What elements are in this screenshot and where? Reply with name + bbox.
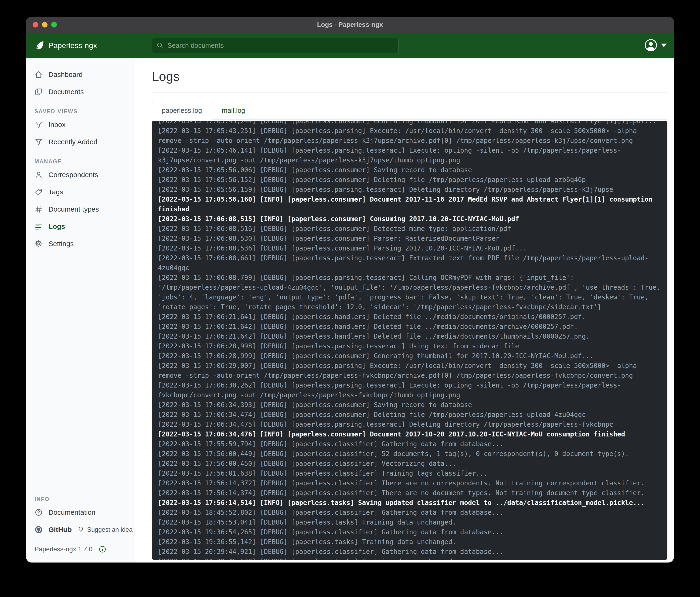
- search-icon: [156, 42, 164, 49]
- version-row: Paperless-ngx 1.7.0: [34, 545, 135, 553]
- main-content: Logs paperless.log mail.log [2022-03-15 …: [135, 58, 674, 563]
- log-line: [2022-03-15 17:06:34,475] [DEBUG] [paper…: [158, 420, 661, 429]
- log-line: [2022-03-15 17:56:14,514] [INFO] [paperl…: [158, 498, 661, 508]
- log-line: [2022-03-15 17:06:08,530] [DEBUG] [paper…: [158, 234, 661, 243]
- log-line: [2022-03-15 19:36:54,265] [DEBUG] [paper…: [158, 527, 661, 537]
- log-line: [2022-03-15 17:06:34,476] [INFO] [paperl…: [158, 429, 661, 439]
- sidebar-item-label: Documentation: [48, 508, 96, 517]
- person-icon: [34, 171, 43, 179]
- chevron-down-icon: [661, 44, 667, 47]
- sidebar-item-label: Logs: [48, 222, 65, 231]
- log-line: [2022-03-15 19:36:55,142] [DEBUG] [paper…: [158, 537, 661, 547]
- log-line: [2022-03-15 17:05:46,141] [DEBUG] [paper…: [158, 146, 661, 165]
- sidebar-section-manage: MANAGE: [34, 159, 135, 165]
- sidebar-item-github[interactable]: GitHub: [26, 521, 72, 538]
- user-menu[interactable]: [644, 39, 667, 52]
- sidebar-item-label: Document types: [48, 205, 99, 213]
- search-box: [152, 38, 399, 53]
- log-line: [2022-03-15 17:56:01,638] [DEBUG] [paper…: [158, 469, 661, 478]
- home-icon: [34, 71, 43, 78]
- window-titlebar: Logs - Paperless-ngx: [26, 17, 674, 33]
- logs-icon: [34, 222, 43, 231]
- log-viewer[interactable]: [2022-03-15 17:05:43,244] [DEBUG] [paper…: [152, 121, 667, 560]
- sidebar-item-label: Documents: [48, 88, 84, 96]
- log-line: [2022-03-15 17:06:08,516] [DEBUG] [paper…: [158, 224, 661, 234]
- tag-icon: [34, 188, 43, 196]
- sidebar-item-label: GitHub: [48, 526, 72, 534]
- sidebar-item-label: Recently Added: [48, 138, 97, 146]
- sidebar-item-label: Correspondents: [48, 171, 98, 179]
- log-line: [2022-03-15 17:56:00,449] [DEBUG] [paper…: [158, 449, 661, 459]
- sidebar-item-correspondents[interactable]: Correspondents: [26, 166, 135, 183]
- log-line: [2022-03-15 17:05:43,244] [DEBUG] [paper…: [158, 121, 661, 126]
- log-content: [2022-03-15 17:05:43,244] [DEBUG] [paper…: [158, 121, 661, 560]
- log-line: [2022-03-15 17:06:21,642] [DEBUG] [paper…: [158, 322, 661, 332]
- log-line: [2022-03-15 17:06:08,799] [DEBUG] [paper…: [158, 273, 661, 312]
- log-line: [2022-03-15 17:06:34,393] [DEBUG] [paper…: [158, 400, 661, 410]
- suggest-idea-label: Suggest an idea: [87, 526, 132, 533]
- person-circle-icon: [644, 39, 658, 52]
- tab-paperless-log[interactable]: paperless.log: [152, 102, 212, 120]
- log-line: [2022-03-15 17:05:56,006] [DEBUG] [paper…: [158, 165, 661, 175]
- log-line: [2022-03-15 17:06:21,642] [DEBUG] [paper…: [158, 332, 661, 341]
- sidebar-item-label: Settings: [48, 240, 74, 248]
- sidebar-item-document-types[interactable]: Document types: [26, 200, 135, 218]
- log-line: [2022-03-15 20:39:44,921] [DEBUG] [paper…: [158, 547, 661, 557]
- app-navbar: Paperless-ngx: [26, 33, 674, 58]
- sidebar-item-dashboard[interactable]: Dashboard: [26, 66, 135, 83]
- sidebar: DashboardDocumentsSAVED VIEWSInboxRecent…: [26, 58, 135, 563]
- page-title: Logs: [152, 69, 667, 84]
- sidebar-item-suggest-idea[interactable]: Suggest an idea: [77, 526, 132, 533]
- log-line: [2022-03-15 17:06:30,262] [DEBUG] [paper…: [158, 381, 661, 400]
- documents-icon: [34, 88, 43, 96]
- log-line: [2022-03-15 17:06:08,661] [DEBUG] [paper…: [158, 253, 661, 273]
- log-file-tabs: paperless.log mail.log: [152, 102, 667, 120]
- sidebar-item-documents[interactable]: Documents: [26, 83, 135, 100]
- sidebar-item-tags[interactable]: Tags: [26, 183, 135, 200]
- question-circle-icon: [34, 508, 43, 517]
- sidebar-section-info: INFO: [34, 496, 135, 502]
- sidebar-item-documentation[interactable]: Documentation: [26, 504, 135, 521]
- sidebar-item-label: Dashboard: [48, 71, 83, 78]
- gear-icon: [34, 240, 43, 248]
- sidebar-item-inbox[interactable]: Inbox: [26, 116, 135, 133]
- hash-icon: [34, 205, 43, 213]
- app-body: DashboardDocumentsSAVED VIEWSInboxRecent…: [26, 58, 674, 563]
- log-line: [2022-03-15 17:56:14,372] [DEBUG] [paper…: [158, 478, 661, 488]
- log-line: [2022-03-15 17:06:29,007] [DEBUG] [paper…: [158, 361, 661, 381]
- log-line: [2022-03-15 17:56:00,450] [DEBUG] [paper…: [158, 459, 661, 469]
- log-line: [2022-03-15 17:05:43,251] [DEBUG] [paper…: [158, 126, 661, 146]
- tab-mail-log[interactable]: mail.log: [212, 102, 255, 119]
- app-version: Paperless-ngx 1.7.0: [34, 546, 93, 553]
- log-line: [2022-03-15 17:06:34,474] [DEBUG] [paper…: [158, 410, 661, 420]
- log-line: [2022-03-15 17:06:28,999] [DEBUG] [paper…: [158, 351, 661, 361]
- window-title: Logs - Paperless-ngx: [26, 21, 674, 28]
- log-line: [2022-03-15 17:06:21,641] [DEBUG] [paper…: [158, 312, 661, 322]
- log-line: [2022-03-15 18:45:53,041] [DEBUG] [paper…: [158, 518, 661, 527]
- log-line: [2022-03-15 17:06:08,515] [INFO] [paperl…: [158, 214, 661, 224]
- sidebar-footer: INFO Documentation: [26, 488, 135, 563]
- log-line: [2022-03-15 17:05:56,152] [DEBUG] [paper…: [158, 175, 661, 185]
- sidebar-item-label: Tags: [48, 188, 63, 196]
- app-brand[interactable]: Paperless-ngx: [34, 40, 97, 51]
- log-line: [2022-03-15 18:45:52,802] [DEBUG] [paper…: [158, 508, 661, 518]
- sidebar-section-saved-views: SAVED VIEWS: [34, 109, 135, 115]
- filter-icon: [34, 138, 43, 146]
- brand-title: Paperless-ngx: [48, 41, 97, 50]
- log-line: [2022-03-15 17:05:56,159] [DEBUG] [paper…: [158, 185, 661, 195]
- log-line: [2022-03-15 17:06:08,536] [DEBUG] [paper…: [158, 243, 661, 253]
- screenshot-canvas: Logs - Paperless-ngx Paperless-ngx: [0, 0, 700, 597]
- search-input[interactable]: [167, 42, 377, 50]
- log-line: [2022-03-15 17:05:56,160] [INFO] [paperl…: [158, 195, 661, 214]
- info-circle-icon[interactable]: [99, 545, 106, 553]
- github-icon: [34, 525, 43, 534]
- sidebar-item-logs[interactable]: Logs: [26, 218, 135, 235]
- log-line: [2022-03-15 17:06:28,998] [DEBUG] [paper…: [158, 341, 661, 351]
- log-line: [2022-03-15 20:39:45,538] [DEBUG] [paper…: [158, 557, 661, 560]
- app-window: Logs - Paperless-ngx Paperless-ngx: [26, 17, 674, 563]
- leaf-logo-icon: [34, 40, 45, 51]
- sidebar-item-settings[interactable]: Settings: [26, 235, 135, 253]
- filter-icon: [34, 121, 43, 128]
- log-line: [2022-03-15 17:56:14,374] [DEBUG] [paper…: [158, 488, 661, 498]
- sidebar-item-recently-added[interactable]: Recently Added: [26, 133, 135, 150]
